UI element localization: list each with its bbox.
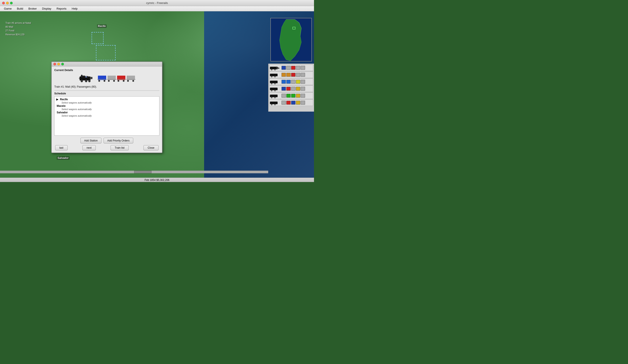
dialog-maximize-button[interactable]: [61, 63, 64, 65]
minimize-window-button[interactable]: [6, 2, 9, 4]
maximize-window-button[interactable]: [10, 2, 13, 4]
horizontal-scrollbar[interactable]: [0, 171, 268, 173]
svg-point-42: [123, 80, 125, 82]
schedule-station-maceio[interactable]: Maceio: [55, 104, 158, 108]
train-info-overlay: Train #6 arrives at Natal 80 Mail 27 Foo…: [5, 21, 31, 36]
menu-display[interactable]: Display: [40, 6, 54, 11]
menu-reports[interactable]: Reports: [54, 6, 69, 11]
menu-broker[interactable]: Broker: [26, 6, 39, 11]
add-station-button[interactable]: Add Station: [80, 138, 101, 144]
svg-point-37: [108, 80, 110, 82]
train-wagons: [282, 80, 313, 84]
svg-point-17: [271, 97, 272, 98]
schedule-station-salvador[interactable]: Salvador: [55, 111, 158, 114]
close-dialog-button[interactable]: Close: [144, 145, 158, 150]
train-mail-text: 80 Mail: [5, 25, 31, 29]
schedule-area[interactable]: ▶ Recife Select wagons automatically Mac…: [54, 96, 159, 136]
scrollbar-thumb[interactable]: [134, 171, 152, 173]
svg-rect-13: [270, 88, 278, 90]
city-label-salvador: Salvador: [57, 156, 70, 160]
svg-point-5: [274, 69, 276, 71]
action-buttons-row: Add Station Add Priority Orders: [54, 138, 159, 144]
status-text: Feb 1854 $5,302,206: [145, 179, 169, 182]
svg-rect-16: [270, 95, 278, 97]
svg-rect-39: [107, 79, 116, 79]
menu-help[interactable]: Help: [70, 6, 80, 11]
train-list-item[interactable]: [269, 92, 313, 99]
train-wagons: [282, 94, 313, 98]
locomotive-image: [78, 73, 97, 83]
svg-point-28: [88, 80, 90, 82]
section-divider: [54, 90, 159, 91]
train-description: Train #1: Mail (40); Passengers (80).: [54, 85, 159, 88]
train-list-item[interactable]: [269, 65, 313, 71]
svg-rect-10: [270, 81, 278, 83]
minimap-continent: [271, 18, 312, 61]
station-name-salvador: Salvador: [56, 111, 68, 114]
dialog-close-button[interactable]: [53, 63, 56, 65]
next-button[interactable]: next: [82, 145, 96, 150]
menu-bar: Game Build Broker Display Reports Help: [0, 6, 314, 11]
wagon-red: [117, 74, 126, 82]
city-label-recife: Recife: [97, 24, 107, 28]
menu-game[interactable]: Game: [2, 6, 14, 11]
svg-point-9: [274, 76, 276, 77]
svg-rect-43: [117, 79, 126, 79]
wagon-gray: [107, 74, 116, 82]
train-food-text: 27 Food: [5, 29, 31, 33]
close-window-button[interactable]: [2, 2, 5, 4]
svg-point-41: [118, 80, 119, 82]
minimap[interactable]: [270, 18, 312, 62]
schedule-order-maceio: Select wagons automatically: [55, 108, 158, 111]
svg-rect-7: [270, 74, 278, 76]
train-wagons: [282, 87, 313, 91]
svg-point-12: [274, 83, 276, 84]
svg-point-45: [127, 80, 129, 82]
train-revenue-text: Revenue $24,129: [5, 33, 31, 37]
svg-point-15: [274, 90, 276, 91]
schedule-station-recife[interactable]: ▶ Recife: [55, 97, 158, 101]
wagon-blue: [97, 74, 107, 82]
svg-rect-31: [85, 76, 87, 77]
train-list-item[interactable]: [269, 85, 313, 92]
svg-rect-30: [81, 75, 82, 76]
current-train-marker: ▶: [56, 98, 58, 101]
svg-point-18: [274, 97, 276, 98]
last-button[interactable]: last: [55, 145, 68, 150]
add-priority-orders-button[interactable]: Add Priority Orders: [104, 138, 133, 144]
svg-rect-29: [79, 78, 80, 79]
train-sidebar: [268, 64, 314, 112]
svg-point-26: [81, 80, 83, 82]
schedule-order-salvador: Select wagons automatically: [55, 114, 158, 117]
train-list-item[interactable]: [269, 72, 313, 78]
train-list-button[interactable]: Train list: [111, 145, 129, 150]
window-controls: [2, 2, 13, 4]
game-area[interactable]: Train #6 arrives at Natal 80 Mail 27 Foo…: [0, 11, 314, 178]
svg-marker-0: [280, 19, 301, 61]
dialog-body: Current Details: [52, 67, 162, 152]
schedule-label: Schedule: [54, 92, 159, 95]
svg-point-20: [271, 104, 272, 105]
dialog-titlebar: [52, 62, 162, 67]
dialog-minimize-button[interactable]: [57, 63, 60, 65]
station-name-recife: Recife: [60, 98, 68, 101]
svg-point-11: [271, 83, 272, 84]
svg-point-27: [85, 80, 87, 82]
train-list-item[interactable]: [269, 99, 313, 106]
svg-point-4: [271, 69, 272, 71]
svg-point-33: [98, 80, 100, 82]
train-wagons: [282, 101, 313, 105]
svg-rect-19: [270, 102, 278, 104]
train-wagons: [282, 66, 313, 70]
svg-point-38: [113, 80, 115, 82]
nav-buttons-row: last next Train list Close: [54, 145, 159, 150]
menu-build[interactable]: Build: [15, 6, 25, 11]
train-arrival-text: Train #6 arrives at Natal: [5, 21, 31, 25]
schedule-order-recife: Select wagons automatically: [55, 101, 158, 104]
train-list-item[interactable]: [269, 78, 313, 85]
svg-point-8: [271, 76, 272, 77]
status-bar: Feb 1854 $5,302,206: [0, 178, 314, 182]
svg-point-46: [132, 80, 134, 82]
train-display: [54, 73, 159, 83]
svg-point-21: [274, 104, 276, 105]
